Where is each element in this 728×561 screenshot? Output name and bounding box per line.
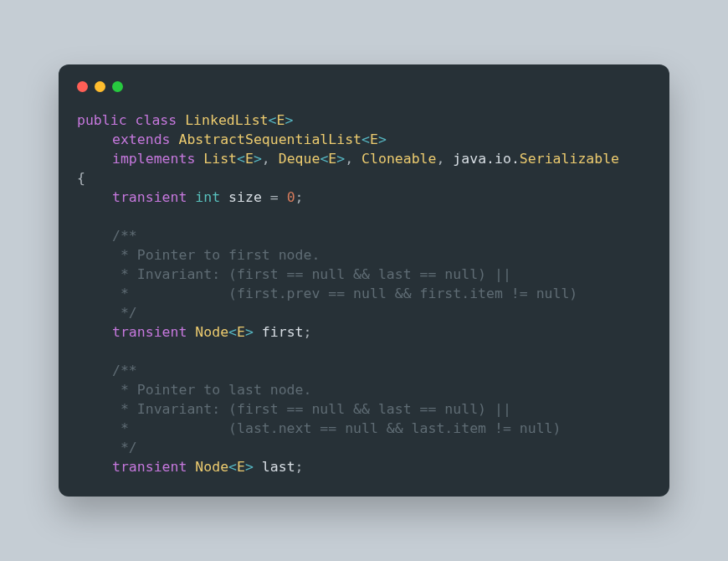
comment-line: * Invariant: (first == null && last == n…	[77, 399, 511, 419]
code-line-1: public class LinkedList<E>	[77, 112, 293, 128]
maximize-icon[interactable]	[112, 81, 123, 92]
comment-line: * Invariant: (first == null && last == n…	[77, 265, 511, 284]
close-icon[interactable]	[77, 81, 88, 92]
comment-line: * (first.prev == null && first.item != n…	[77, 284, 577, 303]
code-window: public class LinkedList<E> extends Abstr…	[59, 64, 669, 497]
comment-line: * Pointer to first node.	[77, 245, 320, 265]
comment-line: /**	[77, 226, 137, 245]
minimize-icon[interactable]	[95, 81, 105, 92]
code-block: public class LinkedList<E> extends Abstr…	[77, 111, 651, 476]
comment-line: /**	[77, 361, 137, 380]
window-controls	[77, 81, 651, 92]
comment-line: */	[77, 303, 137, 322]
comment-line: */	[77, 438, 137, 457]
comment-line: * (last.next == null && last.item != nul…	[77, 419, 561, 438]
code-line-2: extends AbstractSequentialList<E>	[77, 130, 387, 149]
code-line-11: transient Node<E> first;	[77, 322, 311, 342]
code-line-3: implements List<E>, Deque<E>, Cloneable,…	[77, 149, 619, 168]
code-line-5: transient int size = 0;	[77, 188, 304, 207]
comment-line: * Pointer to last node.	[77, 380, 311, 399]
brace-open: {	[77, 170, 85, 186]
code-line-17: transient Node<E> last;	[77, 457, 304, 476]
